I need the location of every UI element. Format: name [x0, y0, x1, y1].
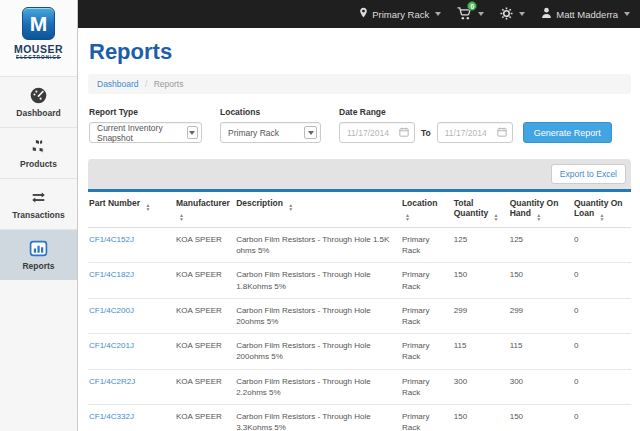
column-header[interactable]: Quantity On Hand ▲▼ — [509, 192, 573, 228]
breadcrumb-dashboard-link[interactable]: Dashboard — [97, 79, 139, 89]
user-menu[interactable]: Matt Madderra — [541, 7, 630, 21]
sidebar-item-reports[interactable]: Reports — [0, 229, 77, 280]
date-to-input[interactable]: 11/17/2014 — [437, 122, 513, 143]
breadcrumb: Dashboard / Reports — [88, 74, 631, 94]
sort-icon[interactable]: ▲▼ — [145, 203, 150, 211]
transfer-arrows-icon — [0, 188, 77, 208]
table-row: CF1/4C152JKOA SPEERCarbon Film Resistors… — [88, 228, 631, 263]
cell-location: Primary Rack — [401, 263, 453, 298]
column-header[interactable]: Part Number ▲▼ — [88, 192, 175, 228]
report-type-value: Current Inventory Snapshot — [97, 123, 187, 143]
sort-icon[interactable]: ▲▼ — [494, 213, 499, 221]
table-row: CF1/4C200JKOA SPEERCarbon Film Resistors… — [88, 298, 631, 333]
cell-quantity-on-loan: 0 — [573, 334, 631, 369]
column-header[interactable]: Quantity On Loan ▲▼ — [573, 192, 631, 228]
sort-icon[interactable]: ▲▼ — [536, 213, 541, 221]
cell-quantity-on-loan: 0 — [573, 404, 631, 431]
report-type-select[interactable]: Current Inventory Snapshot — [89, 122, 202, 143]
locations-value: Primary Rack — [228, 128, 279, 138]
mouser-logo-letter: M — [30, 12, 48, 35]
sort-icon[interactable]: ▲▼ — [179, 213, 184, 221]
locations-label: Locations — [220, 107, 321, 117]
cell-manufacturer: KOA SPEER — [175, 404, 235, 431]
part-number-link[interactable]: CF1/4C152J — [89, 235, 134, 244]
cell-manufacturer: KOA SPEER — [175, 298, 235, 333]
date-from-value: 11/17/2014 — [347, 128, 389, 138]
table-header-row: Part Number ▲▼Manufacturer ▲▼Description… — [88, 192, 631, 228]
cell-quantity-on-hand: 299 — [509, 298, 573, 333]
column-header-label: Part Number — [89, 198, 140, 208]
date-from-input[interactable]: 11/17/2014 — [339, 122, 415, 143]
mouser-logo[interactable]: M MOUSER ELECTRONICS — [0, 0, 77, 76]
locations-select[interactable]: Primary Rack — [220, 122, 321, 143]
cell-part-number: CF1/4C332J — [88, 404, 175, 431]
column-header[interactable]: Manufacturer ▲▼ — [175, 192, 235, 228]
column-header-label: Quantity On Loan — [574, 198, 623, 218]
cell-total-quantity: 150 — [453, 263, 509, 298]
settings-dropdown[interactable] — [500, 7, 525, 22]
cell-description: Carbon Film Resistors - Through Hole 20o… — [235, 298, 401, 333]
sort-icon[interactable]: ▲▼ — [600, 213, 605, 221]
sort-icon[interactable]: ▲▼ — [288, 203, 293, 211]
cell-quantity-on-loan: 0 — [573, 369, 631, 404]
user-icon — [541, 7, 552, 21]
breadcrumb-separator: / — [145, 79, 147, 89]
column-header-label: Manufacturer — [176, 198, 230, 208]
location-dropdown[interactable]: Primary Rack — [359, 7, 441, 21]
cell-description: Carbon Film Resistors - Through Hole 3.3… — [235, 404, 401, 431]
main-content: Reports Dashboard / Reports Report Type … — [79, 28, 640, 431]
cell-manufacturer: KOA SPEER — [175, 263, 235, 298]
brand-subtitle: ELECTRONICS — [0, 55, 77, 60]
sidebar-item-transactions[interactable]: Transactions — [0, 178, 77, 229]
sidebar-item-dashboard[interactable]: Dashboard — [0, 76, 77, 127]
part-number-link[interactable]: CF1/4C200J — [89, 306, 134, 315]
cubes-icon — [0, 137, 77, 157]
location-pin-icon — [359, 7, 368, 21]
table-row: CF1/4C201JKOA SPEERCarbon Film Resistors… — [88, 334, 631, 369]
export-to-excel-button[interactable]: Export to Excel — [551, 164, 626, 184]
cell-quantity-on-loan: 0 — [573, 228, 631, 263]
part-number-link[interactable]: CF1/4C201J — [89, 341, 134, 350]
table-row: CF1/4C182JKOA SPEERCarbon Film Resistors… — [88, 263, 631, 298]
date-to-value: 11/17/2014 — [445, 128, 487, 138]
calendar-icon — [497, 127, 507, 139]
cell-part-number: CF1/4C2R2J — [88, 369, 175, 404]
cart-dropdown[interactable]: 0 — [457, 7, 484, 22]
column-header-label: Description — [236, 198, 283, 208]
cell-location: Primary Rack — [401, 369, 453, 404]
cell-location: Primary Rack — [401, 334, 453, 369]
generate-report-button[interactable]: Generate Report — [523, 122, 612, 143]
sidebar-item-label: Transactions — [0, 210, 77, 220]
column-header[interactable]: Location ▲▼ — [401, 192, 453, 228]
cell-description: Carbon Film Resistors - Through Hole 200… — [235, 334, 401, 369]
cell-total-quantity: 300 — [453, 369, 509, 404]
cell-manufacturer: KOA SPEER — [175, 228, 235, 263]
chevron-down-icon — [478, 12, 484, 16]
locations-group: Locations Primary Rack — [220, 107, 321, 143]
cell-part-number: CF1/4C201J — [88, 334, 175, 369]
page-title: Reports — [89, 39, 631, 65]
cell-part-number: CF1/4C182J — [88, 263, 175, 298]
inventory-table: Part Number ▲▼Manufacturer ▲▼Description… — [88, 192, 631, 431]
sort-icon[interactable]: ▲▼ — [405, 213, 410, 221]
table-toolbar: Export to Excel — [88, 159, 631, 189]
chevron-down-icon — [624, 12, 630, 16]
part-number-link[interactable]: CF1/4C332J — [89, 412, 134, 421]
calendar-icon — [399, 127, 409, 139]
cell-quantity-on-hand: 150 — [509, 404, 573, 431]
report-type-label: Report Type — [89, 107, 202, 117]
chevron-down-icon — [304, 126, 317, 139]
cart-count-badge: 0 — [467, 1, 477, 11]
gear-icon — [500, 7, 513, 22]
sidebar-item-label: Products — [0, 159, 77, 169]
part-number-link[interactable]: CF1/4C182J — [89, 270, 134, 279]
topbar: Primary Rack 0 — [78, 0, 640, 28]
bar-chart-icon — [0, 239, 77, 259]
date-range-label: Date Range — [339, 107, 612, 117]
chevron-down-icon — [519, 12, 525, 16]
column-header[interactable]: Description ▲▼ — [235, 192, 401, 228]
chevron-down-icon — [187, 126, 198, 139]
column-header[interactable]: Total Quantity ▲▼ — [453, 192, 509, 228]
sidebar-item-products[interactable]: Products — [0, 127, 77, 178]
part-number-link[interactable]: CF1/4C2R2J — [89, 377, 135, 386]
